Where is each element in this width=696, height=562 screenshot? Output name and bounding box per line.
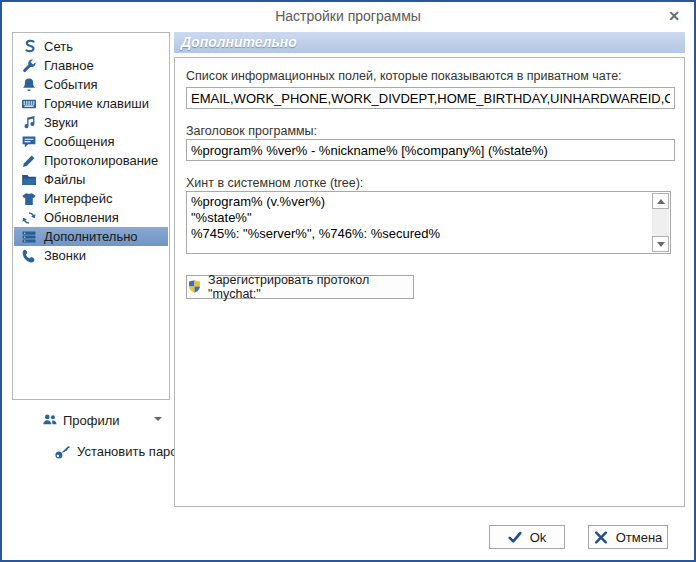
sidebar-item-label: Файлы <box>44 172 85 187</box>
sidebar-item-events[interactable]: События <box>14 75 168 94</box>
key-icon <box>54 443 72 460</box>
folder-icon <box>21 172 38 188</box>
window-title: Настройки программы <box>2 8 694 24</box>
set-password-button[interactable]: Установить пароль <box>54 440 192 462</box>
ok-button[interactable]: Ok <box>489 525 565 549</box>
profiles-button[interactable]: Профили <box>42 409 160 431</box>
music-note-icon <box>21 115 38 131</box>
sync-icon <box>21 210 38 226</box>
register-protocol-label: Зарегистрировать протокол "mychat:" <box>208 273 413 301</box>
phone-icon <box>21 248 38 264</box>
app-title-label: Заголовок программы: <box>186 124 317 138</box>
chat-bubble-icon <box>21 134 38 150</box>
scroll-up-icon[interactable] <box>652 193 669 209</box>
app-title-input[interactable] <box>186 139 675 161</box>
sidebar-item-general[interactable]: Главное <box>14 56 168 75</box>
sidebar-item-label: Главное <box>44 58 94 73</box>
close-icon[interactable]: ✕ <box>664 7 684 27</box>
sidebar-item-network[interactable]: Сеть <box>14 37 168 56</box>
sidebar-item-advanced[interactable]: Дополнительно <box>14 227 168 246</box>
sidebar-item-label: Интерфейс <box>44 191 112 206</box>
info-fields-input[interactable] <box>186 87 675 109</box>
tray-hint-text: %program% (v.%ver%) "%state%" %745%: "%s… <box>191 194 649 251</box>
sidebar-item-label: Звуки <box>44 115 78 130</box>
uac-shield-icon <box>187 279 202 295</box>
sidebar-item-interface[interactable]: Интерфейс <box>14 189 168 208</box>
sidebar-item-updates[interactable]: Обновления <box>14 208 168 227</box>
sidebar-item-label: Дополнительно <box>44 229 138 244</box>
bell-icon <box>21 77 38 93</box>
info-fields-label: Список информационных полей, которые пок… <box>186 69 622 83</box>
keyboard-icon <box>21 96 38 112</box>
tshirt-icon <box>21 191 38 207</box>
sidebar-item-label: Сеть <box>44 39 73 54</box>
sidebar-item-sounds[interactable]: Звуки <box>14 113 168 132</box>
sidebar-item-label: Звонки <box>44 248 86 263</box>
cancel-label: Отмена <box>616 530 663 545</box>
sidebar-item-label: Протоколирование <box>44 153 158 168</box>
cancel-button[interactable]: Отмена <box>588 525 668 549</box>
scroll-down-icon[interactable] <box>652 236 669 252</box>
people-icon <box>42 412 59 428</box>
sidebar-item-label: Горячие клавиши <box>44 96 149 111</box>
advanced-settings-panel: Список информационных полей, которые пок… <box>174 57 685 507</box>
chevron-down-icon[interactable] <box>154 417 162 421</box>
sidebar-item-label: Сообщения <box>44 134 115 149</box>
register-protocol-button[interactable]: Зарегистрировать протокол "mychat:" <box>186 275 414 299</box>
pencil-icon <box>21 153 38 169</box>
title-bar: Настройки программы ✕ <box>2 2 694 30</box>
check-icon <box>508 531 523 544</box>
list-rows-icon <box>21 229 38 245</box>
sidebar-item-files[interactable]: Файлы <box>14 170 168 189</box>
sidebar-item-label: События <box>44 77 98 92</box>
sidebar-item-messages[interactable]: Сообщения <box>14 132 168 151</box>
settings-dialog: Настройки программы ✕ Сеть Главное Событ… <box>0 0 696 562</box>
profiles-label: Профили <box>63 413 120 428</box>
wrench-icon <box>21 58 38 74</box>
sidebar-item-logging[interactable]: Протоколирование <box>14 151 168 170</box>
vertical-scrollbar[interactable] <box>652 193 669 252</box>
tray-hint-label: Хинт в системном лотке (tree): <box>186 176 363 190</box>
plug-icon <box>21 39 38 55</box>
settings-category-list: Сеть Главное События Горячие клавиши Зву… <box>12 32 170 400</box>
section-header: Дополнительно <box>174 32 685 53</box>
sidebar-item-calls[interactable]: Звонки <box>14 246 168 265</box>
ok-label: Ok <box>530 530 547 545</box>
tray-hint-textarea[interactable]: %program% (v.%ver%) "%state%" %745%: "%s… <box>186 191 671 254</box>
sidebar-item-label: Обновления <box>44 210 119 225</box>
x-icon <box>594 531 609 544</box>
sidebar-item-hotkeys[interactable]: Горячие клавиши <box>14 94 168 113</box>
